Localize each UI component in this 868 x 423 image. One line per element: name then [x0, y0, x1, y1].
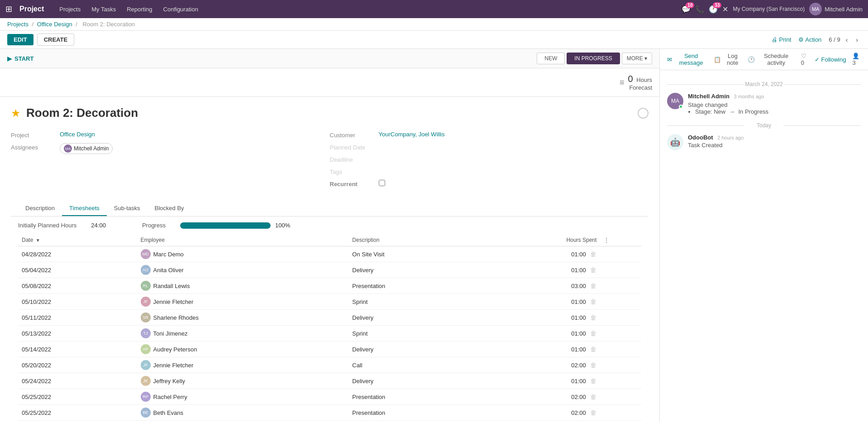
progress-label: Progress	[142, 222, 166, 229]
log-note-button[interactable]: 📋 Log note	[714, 53, 742, 66]
table-row: 05/25/2022 RP Rachel Perry Presentation …	[18, 389, 641, 405]
cell-spacer	[600, 294, 641, 310]
forecast-icon: ≡	[620, 78, 625, 87]
col-date[interactable]: Date ▼	[18, 234, 137, 246]
cell-hours: 02:00 🗑	[479, 405, 601, 421]
delete-icon[interactable]: 🗑	[590, 409, 596, 416]
task-form: ★ Room 2: Decoration Project Office Desi…	[0, 97, 659, 422]
print-link[interactable]: 🖨 Print	[772, 36, 791, 43]
phone-icon[interactable]: 📞	[695, 5, 704, 14]
pager-next-button[interactable]: ›	[853, 35, 861, 44]
delete-icon[interactable]: 🗑	[590, 266, 596, 274]
delete-icon[interactable]: 🗑	[590, 346, 596, 353]
planned-date-row: Planned Date	[330, 143, 649, 151]
cell-spacer	[600, 373, 641, 389]
cell-spacer	[600, 278, 641, 294]
delete-icon[interactable]: 🗑	[590, 250, 596, 258]
status-bar: ▶ START NEW IN PROGRESS MORE ▾	[0, 49, 659, 68]
cell-hours: 01:00 🗑	[479, 373, 601, 389]
cell-spacer	[600, 246, 641, 262]
followers-count: 👤 3	[852, 53, 861, 66]
cell-description: Sprint	[348, 326, 479, 341]
clock-icon[interactable]: 🕐 33	[709, 5, 718, 14]
breadcrumb-sep2: /	[76, 21, 79, 28]
action-link[interactable]: ⚙ Action	[798, 36, 821, 43]
emp-avatar: BE	[141, 408, 151, 418]
emp-avatar: RL	[141, 281, 151, 291]
cell-employee: JF Jennie Fletcher	[137, 357, 349, 373]
cell-description: Delivery	[348, 373, 479, 389]
user-menu[interactable]: MA Mitchell Admin	[809, 3, 863, 15]
assignees-row: Assignees MA Mitchell Admin	[11, 143, 330, 154]
nav-projects[interactable]: Projects	[55, 4, 85, 14]
delete-icon[interactable]: 🗑	[590, 298, 596, 305]
tab-description[interactable]: Description	[18, 201, 62, 216]
date-divider-2: Today	[667, 122, 861, 129]
cell-employee: AO Anita Oliver	[137, 421, 349, 423]
col-actions: ⋮	[600, 234, 641, 246]
cell-description: Call	[348, 421, 479, 423]
chatter-content-1: Mitchell Admin 3 months ago Stage change…	[688, 93, 861, 115]
pager: 6 / 9 ‹ ›	[829, 35, 861, 44]
likes-count: ♡ 0	[801, 53, 808, 66]
nav-right: 💬 10 📞 🕐 33 ✕ My Company (San Francisco)…	[682, 3, 863, 15]
cell-description: Presentation	[348, 389, 479, 405]
delete-icon[interactable]: 🗑	[590, 314, 596, 321]
cell-date: 05/08/2022	[18, 278, 137, 294]
col-description: Description	[348, 234, 479, 246]
schedule-activity-button[interactable]: 🕐 Schedule activity	[748, 53, 795, 66]
project-value[interactable]: Office Design	[60, 131, 95, 138]
breadcrumb-parent[interactable]: Office Design	[37, 21, 72, 28]
emp-avatar: SR	[141, 312, 151, 322]
edit-button[interactable]: EDIT	[7, 34, 33, 45]
cell-spacer	[600, 310, 641, 326]
tab-subtasks[interactable]: Sub-tasks	[107, 201, 148, 216]
emp-avatar: AP	[141, 344, 151, 354]
cell-date: 05/13/2022	[18, 326, 137, 341]
breadcrumb-root[interactable]: Projects	[7, 21, 29, 28]
delete-icon[interactable]: 🗑	[590, 282, 596, 289]
star-icon[interactable]: ★	[11, 107, 21, 120]
recurrent-checkbox[interactable]	[379, 180, 385, 186]
task-title-row: ★ Room 2: Decoration	[11, 106, 649, 120]
circle-state-button[interactable]	[638, 108, 649, 119]
cell-date: 05/14/2022	[18, 341, 137, 357]
assignee-tag[interactable]: MA Mitchell Admin	[60, 143, 113, 154]
message-body-1: Stage changed Stage: New → In Progress	[688, 101, 861, 115]
cell-description: Call	[348, 357, 479, 373]
tab-blocked-by[interactable]: Blocked By	[148, 201, 191, 216]
following-button[interactable]: ✓ Following	[815, 56, 846, 63]
cell-hours: 01:00 🗑	[479, 246, 601, 262]
cell-hours: 01:00 🗑	[479, 341, 601, 357]
cell-hours: 01:00 🗑	[479, 326, 601, 341]
stage-new-button[interactable]: NEW	[537, 53, 565, 64]
nav-reporting[interactable]: Reporting	[122, 4, 157, 14]
table-row: 05/04/2022 AO Anita Oliver Delivery 01:0…	[18, 262, 641, 278]
create-button[interactable]: CREATE	[37, 34, 74, 46]
delete-icon[interactable]: 🗑	[590, 330, 596, 337]
tags-row: Tags	[330, 168, 649, 175]
table-row: 05/13/2022 TJ Toni Jimenez Sprint 01:00 …	[18, 326, 641, 341]
delete-icon[interactable]: 🗑	[590, 361, 596, 369]
toolbar: EDIT CREATE 🖨 Print ⚙ Action 6 / 9 ‹ ›	[0, 31, 868, 49]
customer-value[interactable]: YourCompany, Joel Willis	[379, 131, 445, 138]
stage-inprogress-button[interactable]: IN PROGRESS	[567, 53, 620, 64]
nav-my-tasks[interactable]: My Tasks	[87, 4, 120, 14]
col-employee: Employee	[137, 234, 349, 246]
chat-icon[interactable]: 💬 10	[682, 5, 691, 14]
app-grid-icon[interactable]: ⊞	[5, 4, 12, 14]
delete-icon[interactable]: 🗑	[590, 393, 596, 400]
stage-more-button[interactable]: MORE ▾	[622, 53, 652, 64]
cell-description: Presentation	[348, 278, 479, 294]
delete-icon[interactable]: 🗑	[590, 377, 596, 385]
pager-prev-button[interactable]: ‹	[843, 35, 851, 44]
send-message-button[interactable]: ✉ Send message	[667, 53, 708, 66]
nav-configuration[interactable]: Configuration	[159, 4, 203, 14]
tab-timesheets[interactable]: Timesheets	[62, 201, 107, 216]
table-row: 05/24/2022 JK Jeffrey Kelly Delivery 01:…	[18, 373, 641, 389]
emp-avatar: RP	[141, 392, 151, 402]
start-button[interactable]: ▶ START	[7, 55, 33, 62]
cell-date: 05/11/2022	[18, 310, 137, 326]
message-body-2: Task Created	[688, 142, 861, 149]
close-icon[interactable]: ✕	[722, 5, 728, 14]
